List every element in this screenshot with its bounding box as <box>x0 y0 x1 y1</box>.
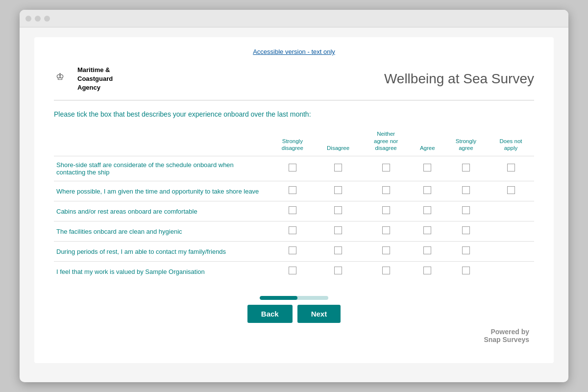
checkbox-input-q5-strongly_disagree[interactable] <box>289 246 296 254</box>
checkbox-q2-agree[interactable] <box>411 181 444 201</box>
checkbox-input-q3-strongly_disagree[interactable] <box>289 206 296 214</box>
checkbox-q5-neither[interactable] <box>362 242 411 262</box>
checkbox-input-q2-neither[interactable] <box>382 186 390 194</box>
checkbox-input-q3-strongly_agree[interactable] <box>462 206 470 214</box>
traffic-light-minimize[interactable] <box>35 16 41 22</box>
checkbox-q2-disagree[interactable] <box>315 181 362 201</box>
checkbox-input-q1-neither[interactable] <box>382 164 390 172</box>
checkbox-q6-does_not_apply[interactable] <box>488 262 534 282</box>
checkbox-q1-disagree[interactable] <box>315 156 362 181</box>
checkbox-q6-strongly_agree[interactable] <box>444 262 488 282</box>
checkbox-q1-strongly_disagree[interactable] <box>270 156 315 181</box>
crown-logo-icon: ♔ <box>54 70 73 88</box>
checkbox-q3-agree[interactable] <box>411 201 444 221</box>
snap-surveys-brand: Snap Surveys <box>54 336 529 343</box>
survey-title: Wellbeing at Sea Survey <box>384 71 534 87</box>
table-row: I feel that my work is valued by Sample … <box>54 262 534 282</box>
traffic-light-maximize[interactable] <box>44 16 50 22</box>
browser-window: Accessible version - text only ♔ Maritim… <box>20 10 568 382</box>
col-header-neither: Neitheragree nordisagree <box>362 130 411 156</box>
page-header: ♔ Maritime &CoastguardAgency Wellbeing a… <box>54 66 534 100</box>
checkbox-q5-agree[interactable] <box>411 242 444 262</box>
survey-table: Stronglydisagree Disagree Neitheragree n… <box>54 130 534 282</box>
checkbox-input-q2-strongly_agree[interactable] <box>462 186 470 194</box>
checkbox-q4-neither[interactable] <box>362 221 411 242</box>
checkbox-input-q2-agree[interactable] <box>423 186 431 194</box>
col-header-agree: Agree <box>411 130 444 156</box>
page-content: Accessible version - text only ♔ Maritim… <box>34 37 554 363</box>
checkbox-q4-agree[interactable] <box>411 221 444 242</box>
checkbox-q3-strongly_agree[interactable] <box>444 201 488 221</box>
checkbox-input-q1-agree[interactable] <box>423 164 431 172</box>
checkbox-q5-does_not_apply[interactable] <box>488 242 534 262</box>
checkbox-q6-strongly_disagree[interactable] <box>270 262 315 282</box>
checkbox-q2-strongly_disagree[interactable] <box>270 181 315 201</box>
checkbox-input-q1-does_not_apply[interactable] <box>507 164 515 172</box>
table-row: The facilities onbcard are clean and hyg… <box>54 221 534 242</box>
checkbox-input-q4-disagree[interactable] <box>334 226 342 234</box>
checkbox-q4-does_not_apply[interactable] <box>488 221 534 242</box>
checkbox-input-q1-disagree[interactable] <box>334 164 342 172</box>
checkbox-input-q3-neither[interactable] <box>382 206 390 214</box>
accessible-version-link[interactable]: Accessible version - text only <box>253 48 335 55</box>
checkbox-q6-neither[interactable] <box>362 262 411 282</box>
checkbox-q2-strongly_agree[interactable] <box>444 181 488 201</box>
logo-area: ♔ Maritime &CoastguardAgency <box>54 66 113 93</box>
checkbox-q3-disagree[interactable] <box>315 201 362 221</box>
col-header-strongly-disagree: Stronglydisagree <box>270 130 315 156</box>
checkbox-q6-disagree[interactable] <box>315 262 362 282</box>
checkbox-input-q3-agree[interactable] <box>423 206 431 214</box>
checkbox-input-q2-disagree[interactable] <box>334 186 342 194</box>
progress-area <box>54 296 534 300</box>
col-header-strongly-agree: Stronglyagree <box>444 130 488 156</box>
checkbox-input-q6-disagree[interactable] <box>334 267 342 274</box>
table-row: Shore-side staff are considerate of the … <box>54 156 534 181</box>
checkbox-q1-does_not_apply[interactable] <box>488 156 534 181</box>
traffic-light-close[interactable] <box>25 16 31 22</box>
question-text-1: Shore-side staff are considerate of the … <box>54 156 270 181</box>
checkbox-q2-does_not_apply[interactable] <box>488 181 534 201</box>
checkbox-q1-agree[interactable] <box>411 156 444 181</box>
checkbox-input-q4-strongly_agree[interactable] <box>462 226 470 234</box>
checkbox-q3-neither[interactable] <box>362 201 411 221</box>
question-text-4: The facilities onbcard are clean and hyg… <box>54 221 270 242</box>
powered-by-label: Powered by <box>54 328 529 336</box>
checkbox-input-q5-neither[interactable] <box>382 246 390 254</box>
checkbox-input-q6-strongly_disagree[interactable] <box>289 267 296 274</box>
checkbox-q4-disagree[interactable] <box>315 221 362 242</box>
checkbox-input-q6-strongly_agree[interactable] <box>462 267 470 274</box>
checkbox-input-q4-agree[interactable] <box>423 226 431 234</box>
checkbox-q3-strongly_disagree[interactable] <box>270 201 315 221</box>
checkbox-q1-neither[interactable] <box>362 156 411 181</box>
checkbox-input-q5-disagree[interactable] <box>334 246 342 254</box>
checkbox-q5-strongly_disagree[interactable] <box>270 242 315 262</box>
checkbox-q2-neither[interactable] <box>362 181 411 201</box>
checkbox-q3-does_not_apply[interactable] <box>488 201 534 221</box>
col-header-disagree: Disagree <box>315 130 362 156</box>
table-row: Cabins and/or rest areas onboard are com… <box>54 201 534 221</box>
checkbox-input-q3-disagree[interactable] <box>334 206 342 214</box>
checkbox-input-q6-agree[interactable] <box>423 267 431 274</box>
checkbox-input-q5-agree[interactable] <box>423 246 431 254</box>
checkbox-q4-strongly_agree[interactable] <box>444 221 488 242</box>
checkbox-q1-strongly_agree[interactable] <box>444 156 488 181</box>
checkbox-q6-agree[interactable] <box>411 262 444 282</box>
checkbox-input-q5-strongly_agree[interactable] <box>462 246 470 254</box>
checkbox-input-q4-neither[interactable] <box>382 226 390 234</box>
agency-name: Maritime &CoastguardAgency <box>77 66 113 93</box>
checkbox-q5-disagree[interactable] <box>315 242 362 262</box>
checkbox-q4-strongly_disagree[interactable] <box>270 221 315 242</box>
checkbox-q5-strongly_agree[interactable] <box>444 242 488 262</box>
progress-bar-fill <box>260 296 297 300</box>
back-button[interactable]: Back <box>247 305 293 323</box>
table-row: During periods of rest, I am able to con… <box>54 242 534 262</box>
progress-bar-container <box>260 296 328 300</box>
checkbox-input-q2-does_not_apply[interactable] <box>507 186 515 194</box>
next-button[interactable]: Next <box>297 305 341 323</box>
checkbox-input-q6-neither[interactable] <box>382 267 390 274</box>
checkbox-input-q1-strongly_agree[interactable] <box>462 164 470 172</box>
checkbox-input-q2-strongly_disagree[interactable] <box>289 186 296 194</box>
checkbox-input-q4-strongly_disagree[interactable] <box>289 226 296 234</box>
accessible-link-container: Accessible version - text only <box>54 47 534 56</box>
checkbox-input-q1-strongly_disagree[interactable] <box>289 164 296 172</box>
